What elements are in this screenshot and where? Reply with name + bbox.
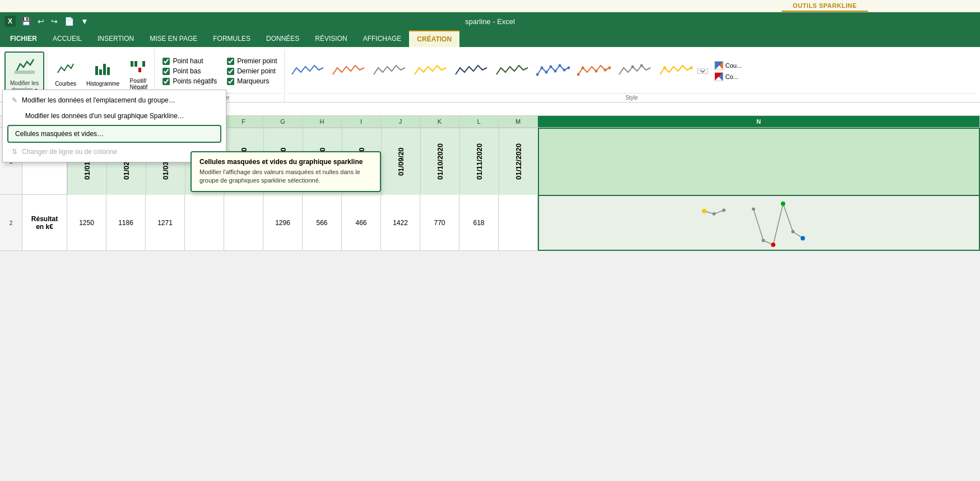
- cell-M1[interactable]: 01/12/2020: [499, 128, 538, 195]
- tab-affichage[interactable]: AFFICHAGE: [355, 30, 410, 47]
- cell-C2[interactable]: 1186: [106, 195, 146, 251]
- color-sparkline-btn[interactable]: Cou...: [714, 61, 742, 70]
- positif-negatif-icon: [129, 59, 147, 78]
- style-swatch-10[interactable]: [656, 62, 695, 81]
- cell-K1[interactable]: 01/10/2020: [420, 128, 459, 195]
- redo-btn[interactable]: ↪: [49, 16, 60, 27]
- qa-dropdown-btn[interactable]: ▼: [78, 16, 91, 27]
- svg-point-23: [640, 64, 643, 67]
- checkbox-point-haut-label: Point haut: [173, 57, 203, 65]
- last-point: [801, 236, 805, 241]
- cell-L1[interactable]: 01/11/2020: [459, 128, 499, 195]
- dropdown-cellules-masquees[interactable]: Cellules masquées et vides…: [7, 125, 221, 143]
- cell-J1[interactable]: 01/09/20: [381, 128, 420, 195]
- checkbox-marqueurs-label: Marqueurs: [237, 77, 269, 85]
- checkbox-marqueurs[interactable]: Marqueurs: [227, 77, 277, 85]
- col-header-N: N: [538, 116, 980, 127]
- svg-point-20: [603, 69, 606, 72]
- checkbox-point-haut[interactable]: Point haut: [162, 57, 217, 65]
- tab-revision[interactable]: RÉVISION: [307, 30, 355, 47]
- swap-icon: ⇅: [12, 148, 17, 156]
- title-bar: X 💾 ↩ ↪ 📄 ▼ sparline - Excel: [0, 12, 980, 30]
- tab-accueil[interactable]: ACCUEIL: [45, 30, 90, 47]
- cell-D2[interactable]: 1271: [146, 195, 185, 251]
- col-header-L: L: [459, 116, 499, 127]
- checkbox-premier-point[interactable]: Premier point: [227, 57, 277, 65]
- courbes-label: Courbes: [55, 81, 76, 87]
- style-swatch-7[interactable]: [533, 62, 573, 81]
- cell-K2[interactable]: 770: [420, 195, 459, 251]
- cell-B2[interactable]: 1250: [67, 195, 106, 251]
- style-swatch-9[interactable]: [615, 62, 654, 81]
- ribbon-group-style: Cou... Co... Style: [286, 49, 978, 102]
- tab-insertion[interactable]: INSERTION: [90, 30, 142, 47]
- svg-rect-5: [131, 61, 133, 67]
- col-header-K: K: [420, 116, 459, 127]
- col-header-M: M: [499, 116, 538, 127]
- sparkline-chart: [541, 198, 977, 247]
- col-header-I: I: [342, 116, 381, 127]
- undo-btn[interactable]: ↩: [35, 16, 47, 27]
- marker: [752, 207, 755, 211]
- cell-M2[interactable]: [499, 195, 538, 251]
- window-title: sparline - Excel: [465, 17, 515, 26]
- tab-donnees[interactable]: DONNÉES: [258, 30, 307, 47]
- checkbox-dernier-point[interactable]: Dernier point: [227, 67, 277, 75]
- style-swatch-6[interactable]: [493, 62, 532, 81]
- ribbon-content: Modifier lesdonnées ▾ ✎ Modifier les don…: [0, 47, 980, 102]
- checkbox-point-bas[interactable]: Point bas: [162, 67, 217, 75]
- style-more-dropdown[interactable]: [697, 68, 708, 74]
- svg-rect-3: [103, 64, 106, 75]
- checkbox-col2: Premier point Dernier point Marqueurs: [222, 52, 281, 91]
- outils-sparkline-bar: OUTILS SPARKLINE: [0, 0, 980, 12]
- cell-N1[interactable]: [538, 128, 980, 195]
- style-swatch-1[interactable]: [288, 62, 327, 81]
- new-doc-btn[interactable]: 📄: [62, 16, 76, 27]
- checkbox-points-negatifs-input[interactable]: [162, 78, 170, 85]
- svg-point-12: [549, 66, 552, 68]
- cell-F2[interactable]: [224, 195, 263, 251]
- tooltip-cellules-masquees: Cellules masquées et vides du graphique …: [191, 151, 381, 192]
- save-btn[interactable]: 💾: [19, 16, 33, 27]
- color-marker-btn[interactable]: Co...: [714, 72, 742, 81]
- checkbox-points-negatifs[interactable]: Points négatifs: [162, 77, 217, 85]
- checkbox-marqueurs-input[interactable]: [227, 78, 234, 85]
- tooltip-desc: Modifier l'affichage des valeurs masquée…: [199, 168, 372, 185]
- svg-rect-2: [99, 69, 102, 75]
- checkbox-dernier-point-input[interactable]: [227, 68, 234, 75]
- svg-rect-1: [95, 66, 98, 75]
- svg-point-13: [554, 70, 556, 73]
- cell-G2[interactable]: 1296: [263, 195, 303, 251]
- checkbox-point-haut-input[interactable]: [162, 58, 170, 65]
- svg-point-24: [663, 67, 666, 69]
- cell-J2[interactable]: 1422: [381, 195, 420, 251]
- tab-fichier[interactable]: FICHIER: [2, 30, 45, 47]
- tab-mise-en-page[interactable]: MISE EN PAGE: [142, 30, 205, 47]
- cell-N2[interactable]: [538, 195, 980, 251]
- cell-H2[interactable]: 566: [303, 195, 342, 251]
- cell-L2[interactable]: 618: [459, 195, 499, 251]
- col-header-H: H: [303, 116, 342, 127]
- first-point: [702, 209, 707, 213]
- cell-A2[interactable]: Résultaten k€: [22, 195, 67, 251]
- style-swatch-4[interactable]: [411, 62, 450, 81]
- histogramme-icon: [94, 62, 112, 81]
- svg-rect-8: [142, 61, 145, 67]
- svg-rect-7: [138, 68, 141, 72]
- cell-E2[interactable]: [185, 195, 224, 251]
- checkbox-premier-point-label: Premier point: [237, 57, 277, 65]
- style-swatch-8[interactable]: [574, 62, 614, 81]
- cell-I2[interactable]: 466: [342, 195, 381, 251]
- checkbox-premier-point-input[interactable]: [227, 58, 234, 65]
- tab-creation[interactable]: CRÉATION: [409, 30, 459, 47]
- tab-formules[interactable]: FORMULES: [205, 30, 258, 47]
- modifier-icon: [15, 55, 35, 79]
- edit-icon: ✎: [12, 96, 17, 104]
- checkbox-dernier-point-label: Dernier point: [237, 67, 276, 75]
- dropdown-modifier-seul[interactable]: Modifier les données d'un seul graphique…: [3, 108, 226, 124]
- dropdown-modifier-donnees[interactable]: ✎ Modifier les données et l'emplacement …: [3, 92, 226, 108]
- checkbox-point-bas-input[interactable]: [162, 68, 170, 75]
- style-swatch-5[interactable]: [452, 62, 491, 81]
- style-swatch-3[interactable]: [370, 62, 409, 81]
- style-swatch-2[interactable]: [329, 62, 368, 81]
